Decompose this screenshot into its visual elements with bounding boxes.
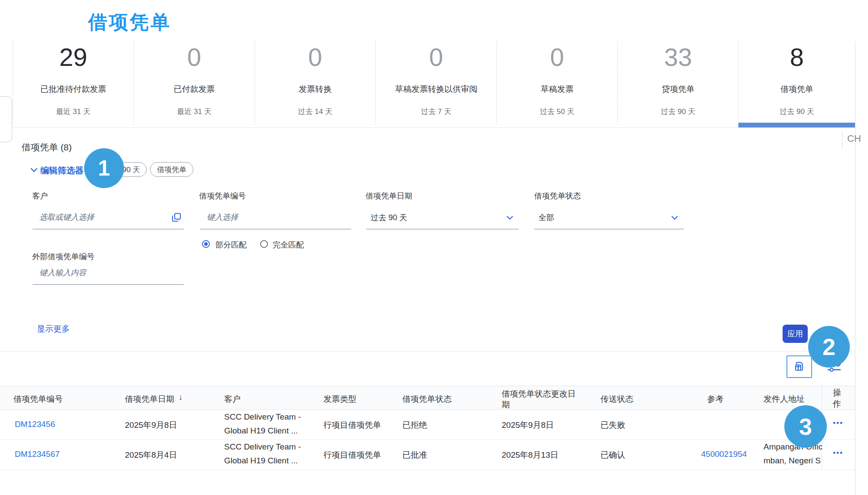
row-actions-button[interactable]: •••	[833, 449, 843, 457]
invoice-type-cell: 行项目借项凭单	[323, 449, 381, 461]
tile-debit-memos-selected[interactable]: 8 借项凭单 过去 90 天	[738, 41, 855, 124]
edge-peek-button[interactable]: CH	[847, 133, 861, 144]
tile-value: 0	[497, 43, 617, 72]
tile-label: 草稿发票转换以供审阅	[376, 84, 496, 95]
external-dm-number-field-label: 外部借项凭单编号	[32, 251, 95, 262]
column-header-delivery-status[interactable]: 传送状态	[600, 394, 633, 405]
tile-period: 最近 31 天	[13, 107, 134, 117]
tile-period: 过去 14 天	[255, 107, 375, 117]
column-header-customer[interactable]: 客户	[224, 394, 241, 405]
column-header-actions: 操作	[833, 387, 843, 410]
column-header-sender-address[interactable]: 发件人地址	[764, 394, 805, 405]
column-header-status-changed-date[interactable]: 借项凭单状态更改日期	[502, 388, 582, 410]
dm-date-cell: 2025年9月8日	[125, 420, 177, 431]
column-header-dm-date[interactable]: 借项凭单日期	[125, 394, 174, 405]
customer-cell-line2: Global H19 Client ...	[224, 426, 298, 436]
tile-label: 已批准待付款发票	[13, 84, 134, 95]
chevron-down-icon	[506, 216, 513, 220]
invoice-type-cell: 行项目借项凭单	[323, 420, 381, 431]
section-title: 借项凭单 (8)	[22, 141, 72, 153]
dm-status-cell: 已拒绝	[402, 420, 427, 431]
customer-cell-line1: SCC Delivery Team -	[224, 412, 301, 422]
apply-button[interactable]: 应用	[783, 325, 808, 343]
delivery-status-cell: 已失败	[600, 420, 625, 431]
status-changed-cell: 2025年9月8日	[502, 420, 554, 431]
tile-credit-memos[interactable]: 33 贷项凭单 过去 90 天	[617, 41, 738, 124]
filters-divider	[0, 351, 855, 352]
tile-paid-invoices[interactable]: 0 已付款发票 最近 31 天	[134, 41, 255, 124]
sender-address-line2: mban, Negeri S	[764, 456, 822, 466]
customer-field-label: 客户	[32, 191, 48, 201]
tile-draft-conversion-review[interactable]: 0 草稿发票转换以供审阅 过去 7 天	[375, 41, 496, 124]
external-dm-number-input[interactable]	[33, 264, 184, 285]
tile-value: 0	[134, 43, 255, 72]
row-actions-button[interactable]: •••	[833, 419, 843, 427]
tile-draft-invoices[interactable]: 0 草稿发票 过去 50 天	[496, 41, 617, 124]
tile-period: 过去 90 天	[739, 107, 855, 117]
carousel-left-handle[interactable]	[0, 96, 12, 142]
tile-value: 8	[739, 43, 855, 72]
customer-cell-line2: Global H19 Client ...	[224, 456, 298, 466]
tile-period: 最近 31 天	[134, 107, 255, 117]
edit-filters-toggle[interactable]: 编辑筛选器	[40, 165, 84, 176]
tile-approved-invoices[interactable]: 29 已批准待付款发票 最近 31 天	[13, 41, 134, 124]
dm-status-cell: 已批准	[402, 449, 427, 461]
tile-invoice-conversion[interactable]: 0 发票转换 过去 14 天	[255, 41, 375, 124]
dm-date-cell: 2025年8月4日	[125, 449, 177, 461]
annotation-badge-3: 3	[784, 405, 827, 448]
reference-link[interactable]: 4500021954	[701, 449, 747, 459]
dm-status-field-label: 借项凭单状态	[534, 191, 581, 201]
dm-number-input[interactable]	[200, 208, 351, 229]
dm-date-select-value: 过去 90 天	[371, 212, 407, 223]
chip-label: 借项凭单	[157, 165, 186, 175]
debit-memo-page: 借项凭单 29 已批准待付款发票 最近 31 天 0 已付款发票 最近 31 天…	[0, 0, 868, 495]
dm-status-select[interactable]: 全部	[534, 208, 684, 229]
delivery-status-cell: 已确认	[600, 449, 625, 461]
dm-date-select[interactable]: 过去 90 天	[366, 208, 519, 229]
tile-label: 借项凭单	[739, 84, 855, 95]
value-help-icon[interactable]	[172, 212, 182, 222]
tile-label: 已付款发票	[134, 84, 255, 95]
column-header-dm-number[interactable]: 借项凭单编号	[13, 394, 63, 405]
tile-value: 29	[13, 43, 134, 72]
column-header-reference[interactable]: 参考	[707, 394, 724, 405]
tile-label: 草稿发票	[497, 84, 617, 95]
column-header-invoice-type[interactable]: 发票类型	[323, 394, 356, 405]
customer-input[interactable]	[33, 208, 184, 229]
tile-label: 贷项凭单	[618, 84, 738, 95]
dm-number-link[interactable]: DM123456	[15, 420, 55, 429]
status-changed-cell: 2025年8月13日	[502, 449, 558, 461]
match-partial-label: 部分匹配	[215, 240, 247, 250]
column-header-dm-status[interactable]: 借项凭单状态	[402, 394, 452, 405]
tile-period: 过去 7 天	[376, 107, 496, 117]
tile-value: 33	[618, 43, 738, 72]
page-title: 借项凭单	[88, 10, 171, 35]
match-exact-radio[interactable]	[260, 240, 268, 248]
show-more-link[interactable]: 显示更多	[37, 323, 70, 335]
match-partial-radio[interactable]	[202, 240, 210, 248]
dm-date-field-label: 借项凭单日期	[365, 191, 412, 201]
filter-chip-debit-memo[interactable]: 借项凭单	[150, 162, 193, 177]
tiles-divider	[0, 127, 855, 128]
customer-cell-line1: SCC Delivery Team -	[224, 442, 301, 452]
card-right-border	[855, 41, 855, 495]
tile-value: 0	[255, 43, 375, 72]
annotation-badge-2: 2	[808, 326, 850, 368]
chevron-down-icon	[671, 216, 678, 220]
row-divider	[0, 440, 855, 440]
match-exact-label: 完全匹配	[273, 240, 304, 250]
dm-number-field-label: 借项凭单编号	[199, 191, 246, 201]
tile-period: 过去 90 天	[618, 107, 738, 117]
table-bottom-border	[0, 469, 855, 470]
dm-status-select-value: 全部	[538, 212, 554, 223]
tile-label: 发票转换	[255, 84, 375, 95]
annotation-badge-1: 1	[84, 148, 124, 188]
tile-value: 0	[376, 43, 496, 72]
dm-number-link[interactable]: DM1234567	[15, 449, 60, 459]
tile-period: 过去 50 天	[497, 107, 617, 117]
sort-descending-icon[interactable]: ↓	[179, 393, 183, 402]
export-table-button[interactable]	[786, 355, 812, 378]
export-table-icon	[793, 360, 806, 373]
edge-peek-divider	[842, 132, 842, 148]
chevron-down-icon	[30, 168, 38, 173]
